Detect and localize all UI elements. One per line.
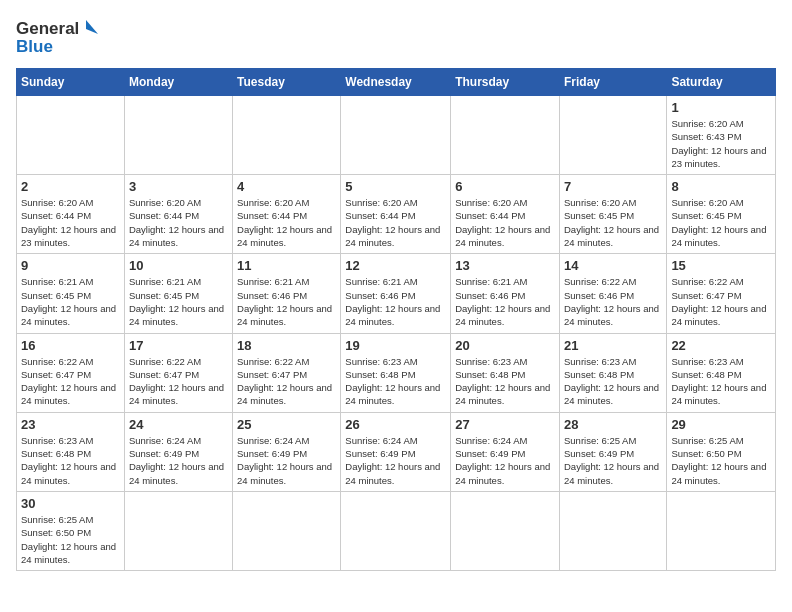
day-number: 13 [455, 258, 555, 273]
calendar-cell: 14Sunrise: 6:22 AM Sunset: 6:46 PM Dayli… [559, 254, 666, 333]
calendar-cell: 4Sunrise: 6:20 AM Sunset: 6:44 PM Daylig… [233, 175, 341, 254]
day-number: 2 [21, 179, 120, 194]
logo-svg: GeneralBlue [16, 16, 106, 56]
day-number: 20 [455, 338, 555, 353]
page-header: GeneralBlue [16, 16, 776, 56]
day-info: Sunrise: 6:20 AM Sunset: 6:44 PM Dayligh… [129, 196, 228, 249]
day-number: 3 [129, 179, 228, 194]
day-number: 28 [564, 417, 662, 432]
calendar-cell [233, 491, 341, 570]
day-number: 10 [129, 258, 228, 273]
day-header-thursday: Thursday [451, 69, 560, 96]
day-number: 16 [21, 338, 120, 353]
day-info: Sunrise: 6:22 AM Sunset: 6:46 PM Dayligh… [564, 275, 662, 328]
day-info: Sunrise: 6:20 AM Sunset: 6:43 PM Dayligh… [671, 117, 771, 170]
calendar-cell [451, 491, 560, 570]
day-info: Sunrise: 6:25 AM Sunset: 6:50 PM Dayligh… [21, 513, 120, 566]
calendar-week-1: 1Sunrise: 6:20 AM Sunset: 6:43 PM Daylig… [17, 96, 776, 175]
day-number: 18 [237, 338, 336, 353]
calendar-cell: 15Sunrise: 6:22 AM Sunset: 6:47 PM Dayli… [667, 254, 776, 333]
day-header-sunday: Sunday [17, 69, 125, 96]
calendar-cell: 10Sunrise: 6:21 AM Sunset: 6:45 PM Dayli… [124, 254, 232, 333]
calendar-cell [559, 491, 666, 570]
day-number: 25 [237, 417, 336, 432]
day-info: Sunrise: 6:23 AM Sunset: 6:48 PM Dayligh… [455, 355, 555, 408]
day-info: Sunrise: 6:23 AM Sunset: 6:48 PM Dayligh… [564, 355, 662, 408]
calendar-cell [233, 96, 341, 175]
day-info: Sunrise: 6:24 AM Sunset: 6:49 PM Dayligh… [129, 434, 228, 487]
day-header-tuesday: Tuesday [233, 69, 341, 96]
calendar-cell: 30Sunrise: 6:25 AM Sunset: 6:50 PM Dayli… [17, 491, 125, 570]
day-number: 19 [345, 338, 446, 353]
day-number: 6 [455, 179, 555, 194]
calendar-cell: 28Sunrise: 6:25 AM Sunset: 6:49 PM Dayli… [559, 412, 666, 491]
calendar-cell: 21Sunrise: 6:23 AM Sunset: 6:48 PM Dayli… [559, 333, 666, 412]
day-number: 8 [671, 179, 771, 194]
day-number: 29 [671, 417, 771, 432]
day-info: Sunrise: 6:22 AM Sunset: 6:47 PM Dayligh… [129, 355, 228, 408]
day-number: 21 [564, 338, 662, 353]
svg-text:Blue: Blue [16, 37, 53, 56]
day-number: 26 [345, 417, 446, 432]
day-header-monday: Monday [124, 69, 232, 96]
day-header-friday: Friday [559, 69, 666, 96]
day-number: 15 [671, 258, 771, 273]
day-info: Sunrise: 6:22 AM Sunset: 6:47 PM Dayligh… [21, 355, 120, 408]
calendar-cell: 11Sunrise: 6:21 AM Sunset: 6:46 PM Dayli… [233, 254, 341, 333]
day-number: 12 [345, 258, 446, 273]
calendar-cell: 17Sunrise: 6:22 AM Sunset: 6:47 PM Dayli… [124, 333, 232, 412]
calendar-table: SundayMondayTuesdayWednesdayThursdayFrid… [16, 68, 776, 571]
svg-marker-2 [86, 20, 98, 34]
calendar-cell: 1Sunrise: 6:20 AM Sunset: 6:43 PM Daylig… [667, 96, 776, 175]
day-number: 14 [564, 258, 662, 273]
calendar-cell [341, 491, 451, 570]
calendar-week-2: 2Sunrise: 6:20 AM Sunset: 6:44 PM Daylig… [17, 175, 776, 254]
day-info: Sunrise: 6:23 AM Sunset: 6:48 PM Dayligh… [21, 434, 120, 487]
day-info: Sunrise: 6:20 AM Sunset: 6:44 PM Dayligh… [455, 196, 555, 249]
calendar-cell: 24Sunrise: 6:24 AM Sunset: 6:49 PM Dayli… [124, 412, 232, 491]
svg-text:General: General [16, 19, 79, 38]
day-number: 27 [455, 417, 555, 432]
calendar-cell: 9Sunrise: 6:21 AM Sunset: 6:45 PM Daylig… [17, 254, 125, 333]
day-number: 1 [671, 100, 771, 115]
day-info: Sunrise: 6:25 AM Sunset: 6:50 PM Dayligh… [671, 434, 771, 487]
calendar-cell: 29Sunrise: 6:25 AM Sunset: 6:50 PM Dayli… [667, 412, 776, 491]
calendar-cell: 7Sunrise: 6:20 AM Sunset: 6:45 PM Daylig… [559, 175, 666, 254]
day-number: 23 [21, 417, 120, 432]
day-info: Sunrise: 6:24 AM Sunset: 6:49 PM Dayligh… [455, 434, 555, 487]
calendar-cell [17, 96, 125, 175]
logo: GeneralBlue [16, 16, 106, 56]
day-info: Sunrise: 6:21 AM Sunset: 6:46 PM Dayligh… [345, 275, 446, 328]
calendar-cell: 25Sunrise: 6:24 AM Sunset: 6:49 PM Dayli… [233, 412, 341, 491]
calendar-cell: 18Sunrise: 6:22 AM Sunset: 6:47 PM Dayli… [233, 333, 341, 412]
day-number: 7 [564, 179, 662, 194]
calendar-week-6: 30Sunrise: 6:25 AM Sunset: 6:50 PM Dayli… [17, 491, 776, 570]
calendar-header-row: SundayMondayTuesdayWednesdayThursdayFrid… [17, 69, 776, 96]
day-info: Sunrise: 6:21 AM Sunset: 6:46 PM Dayligh… [237, 275, 336, 328]
calendar-cell: 6Sunrise: 6:20 AM Sunset: 6:44 PM Daylig… [451, 175, 560, 254]
day-info: Sunrise: 6:23 AM Sunset: 6:48 PM Dayligh… [345, 355, 446, 408]
day-info: Sunrise: 6:20 AM Sunset: 6:44 PM Dayligh… [345, 196, 446, 249]
day-info: Sunrise: 6:22 AM Sunset: 6:47 PM Dayligh… [671, 275, 771, 328]
calendar-cell [124, 491, 232, 570]
day-info: Sunrise: 6:21 AM Sunset: 6:45 PM Dayligh… [21, 275, 120, 328]
calendar-cell: 16Sunrise: 6:22 AM Sunset: 6:47 PM Dayli… [17, 333, 125, 412]
calendar-cell: 8Sunrise: 6:20 AM Sunset: 6:45 PM Daylig… [667, 175, 776, 254]
day-info: Sunrise: 6:21 AM Sunset: 6:45 PM Dayligh… [129, 275, 228, 328]
calendar-cell: 23Sunrise: 6:23 AM Sunset: 6:48 PM Dayli… [17, 412, 125, 491]
day-info: Sunrise: 6:24 AM Sunset: 6:49 PM Dayligh… [345, 434, 446, 487]
calendar-cell [124, 96, 232, 175]
day-number: 5 [345, 179, 446, 194]
day-number: 22 [671, 338, 771, 353]
day-info: Sunrise: 6:20 AM Sunset: 6:45 PM Dayligh… [671, 196, 771, 249]
calendar-cell: 26Sunrise: 6:24 AM Sunset: 6:49 PM Dayli… [341, 412, 451, 491]
calendar-week-5: 23Sunrise: 6:23 AM Sunset: 6:48 PM Dayli… [17, 412, 776, 491]
calendar-cell: 22Sunrise: 6:23 AM Sunset: 6:48 PM Dayli… [667, 333, 776, 412]
day-header-wednesday: Wednesday [341, 69, 451, 96]
day-info: Sunrise: 6:20 AM Sunset: 6:44 PM Dayligh… [237, 196, 336, 249]
day-info: Sunrise: 6:20 AM Sunset: 6:44 PM Dayligh… [21, 196, 120, 249]
day-header-saturday: Saturday [667, 69, 776, 96]
day-info: Sunrise: 6:20 AM Sunset: 6:45 PM Dayligh… [564, 196, 662, 249]
calendar-cell [341, 96, 451, 175]
calendar-cell [451, 96, 560, 175]
